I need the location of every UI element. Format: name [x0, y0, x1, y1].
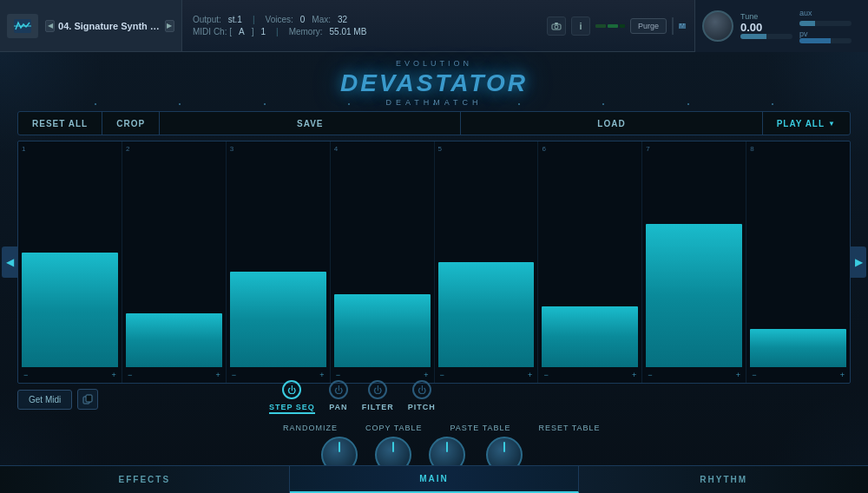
step-col-4[interactable]: 4 − +	[331, 141, 435, 383]
sequencer-area: ◀ ▶ 1 − + 2 − + 3 − + 4 − + 5 − + 6 − + …	[17, 141, 851, 384]
play-all-button[interactable]: PLAY ALL ▼	[763, 112, 850, 135]
step-plus-1[interactable]: +	[112, 371, 116, 379]
devastator-title: DEVASTATOR	[340, 69, 528, 97]
filter-tab[interactable]: ⏻ FILTER	[362, 380, 394, 414]
step-bar-area-2[interactable]: − +	[124, 143, 224, 381]
play-all-arrow-icon: ▼	[828, 120, 836, 128]
pan-power-icon[interactable]: ⏻	[329, 380, 348, 399]
tune-knob[interactable]	[702, 10, 733, 42]
pv-slider[interactable]	[799, 38, 852, 43]
step-plus-4[interactable]: +	[424, 371, 428, 379]
step-bar-area-1[interactable]: − +	[20, 143, 120, 381]
bottom-tabs: EFFECTS MAIN RHYTHM	[0, 465, 868, 493]
step-bar-area-7[interactable]: − +	[644, 143, 744, 381]
dot-row	[18, 103, 850, 105]
info-icon-button[interactable]: i	[571, 16, 590, 36]
step-plus-3[interactable]: +	[319, 371, 324, 379]
seq-next-button[interactable]: ▶	[851, 246, 866, 278]
tune-slider[interactable]	[740, 34, 792, 39]
tab-section: ⏻ STEP SEQ ⏻ PAN ⏻ FILTER ⏻ PITCH	[269, 380, 436, 414]
step-minus-2[interactable]: −	[128, 371, 132, 379]
aux-slider[interactable]	[799, 21, 852, 26]
step-plus-7[interactable]: +	[736, 371, 740, 379]
step-plus-5[interactable]: +	[528, 371, 532, 379]
tune-panel: Tune 0.00 aux pv	[694, 0, 868, 52]
step-bar-1[interactable]	[22, 253, 118, 367]
step-bar-area-8[interactable]: − +	[748, 143, 848, 381]
copy-table-button[interactable]: Copy Table	[352, 420, 437, 436]
paste-table-button[interactable]: Paste Table	[437, 420, 525, 436]
memory-value: 55.01 MB	[330, 27, 367, 36]
camera-icon-button[interactable]	[547, 16, 566, 36]
control-bar: RESET ALL CROP SAVE LOAD PLAY ALL ▼	[17, 111, 851, 135]
step-col-3[interactable]: 3 − +	[227, 141, 331, 383]
pan-tab[interactable]: ⏻ PAN	[329, 380, 348, 414]
instrument-name: 04. Signature Synth & Scream	[58, 21, 161, 31]
aux-label: aux	[799, 9, 852, 17]
step-col-7[interactable]: 7 − +	[642, 141, 746, 383]
prev-instrument-button[interactable]: ◀	[45, 20, 55, 32]
rhythm-tab[interactable]: RHYTHM	[579, 466, 868, 493]
step-bar-8[interactable]	[750, 329, 846, 367]
info-icon: i	[579, 21, 582, 31]
crop-button[interactable]: CROP	[102, 112, 160, 135]
pan-label: PAN	[329, 403, 347, 411]
step-seq-tab[interactable]: ⏻ STEP SEQ	[269, 380, 315, 414]
step-minus-7[interactable]: −	[648, 371, 652, 379]
pitch-tab[interactable]: ⏻ PITCH	[408, 380, 436, 414]
step-bar-area-4[interactable]: − +	[332, 143, 432, 381]
step-col-8[interactable]: 8 − +	[746, 141, 850, 383]
svg-point-3	[555, 25, 558, 29]
metadata-section: Output: st.1 | Voices: 0 Max: 32 MIDI Ch…	[182, 11, 538, 40]
step-seq-power-icon[interactable]: ⏻	[282, 380, 301, 399]
step-col-6[interactable]: 6 − +	[538, 141, 642, 383]
steps-container: 1 − + 2 − + 3 − + 4 − + 5 − + 6 − + 7 − …	[18, 141, 850, 383]
top-bar: ◀ 04. Signature Synth & Scream ▶ Output:…	[0, 0, 868, 52]
pitch-power-icon[interactable]: ⏻	[412, 380, 431, 399]
step-minus-1[interactable]: −	[23, 371, 28, 379]
reset-all-button[interactable]: RESET ALL	[18, 112, 102, 135]
midi-bracket: ]	[252, 27, 254, 36]
save-button[interactable]: SAVE	[160, 112, 461, 135]
step-plus-6[interactable]: +	[632, 371, 636, 379]
step-bar-4[interactable]	[334, 294, 431, 367]
step-minus-8[interactable]: −	[752, 371, 756, 379]
step-bar-7[interactable]	[646, 224, 742, 367]
randomize-button[interactable]: Randomize	[269, 420, 352, 436]
midi-channel: A	[239, 27, 245, 36]
step-bar-3[interactable]	[230, 272, 326, 367]
effects-tab[interactable]: EFFECTS	[0, 466, 290, 493]
step-col-1[interactable]: 1 − +	[18, 141, 122, 383]
tune-label: Tune	[740, 12, 792, 21]
step-bar-6[interactable]	[542, 306, 638, 367]
step-bar-area-3[interactable]: − +	[228, 143, 328, 381]
step-plus-2[interactable]: +	[215, 371, 220, 379]
step-minus-5[interactable]: −	[440, 371, 444, 379]
filter-power-icon[interactable]: ⏻	[368, 380, 387, 399]
step-col-2[interactable]: 2 − +	[122, 141, 227, 383]
midi-copy-icon-button[interactable]	[77, 389, 98, 410]
load-button[interactable]: LOAD	[461, 112, 762, 135]
reset-table-button[interactable]: Reset Table	[525, 420, 615, 436]
step-minus-3[interactable]: −	[232, 371, 236, 379]
main-area: EVOLUTION DEVASTATOR DEATHMATCH RESET AL…	[0, 52, 868, 493]
step-bar-area-6[interactable]: − +	[540, 143, 640, 381]
step-plus-8[interactable]: +	[840, 371, 845, 379]
memory-label: Memory:	[289, 27, 323, 36]
seq-prev-button[interactable]: ◀	[2, 246, 17, 278]
purge-button[interactable]: Purge	[630, 18, 667, 34]
step-minus-6[interactable]: −	[543, 371, 548, 379]
pv-label: pv	[799, 30, 852, 38]
top-right-controls: i Purge M	[538, 16, 694, 36]
instrument-section: ◀ 04. Signature Synth & Scream ▶	[0, 0, 182, 51]
step-bar-2[interactable]	[126, 313, 222, 367]
step-col-5[interactable]: 5 − +	[435, 141, 539, 383]
step-minus-4[interactable]: −	[336, 371, 340, 379]
main-tab[interactable]: MAIN	[290, 466, 580, 493]
step-bar-5[interactable]	[438, 262, 535, 367]
filter-label: FILTER	[362, 403, 394, 411]
midi-num: 1	[260, 27, 266, 36]
get-midi-button[interactable]: Get Midi	[17, 390, 72, 410]
step-bar-area-5[interactable]: − +	[437, 143, 536, 381]
next-instrument-button[interactable]: ▶	[165, 20, 174, 32]
